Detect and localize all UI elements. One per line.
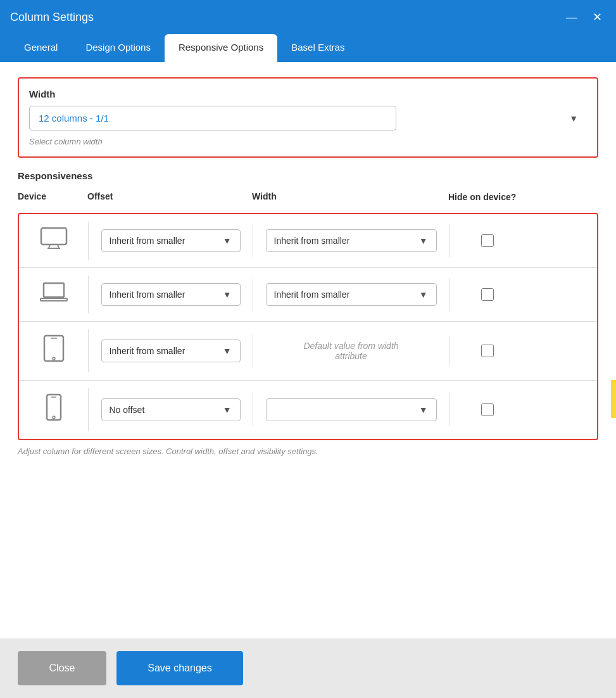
width-label: Width bbox=[29, 89, 587, 99]
main-content: Width 12 columns - 1/1 11 columns 10 col… bbox=[0, 62, 616, 638]
offset-cell-3: Inherit from smaller No offset 1 column … bbox=[89, 334, 253, 367]
offset-cell-1: Inherit from smaller No offset 1 column … bbox=[89, 224, 253, 257]
button-bar: Close Save changes bbox=[0, 638, 616, 698]
dialog-title: Column Settings bbox=[10, 11, 94, 24]
width-select[interactable]: 12 columns - 1/1 11 columns 10 columns 9… bbox=[29, 106, 396, 130]
table-row: Inherit from smaller No offset 1 column … bbox=[19, 214, 597, 268]
hide-checkbox-1[interactable] bbox=[481, 234, 494, 247]
width-select-wrapper-2: Inherit from smaller 1 column 2 columns … bbox=[266, 283, 437, 306]
width-select-2[interactable]: Inherit from smaller 1 column 2 columns bbox=[266, 283, 437, 306]
hide-checkbox-2[interactable] bbox=[481, 288, 494, 301]
minimize-button[interactable]: — bbox=[562, 10, 581, 24]
offset-select-3[interactable]: Inherit from smaller No offset 1 column bbox=[101, 339, 241, 362]
svg-rect-0 bbox=[41, 228, 66, 244]
offset-select-wrapper-4: No offset Inherit from smaller 1 column … bbox=[101, 398, 241, 421]
width-select-1[interactable]: Inherit from smaller 1 column 2 columns bbox=[266, 229, 437, 252]
hide-cell-3 bbox=[449, 339, 525, 362]
save-button[interactable]: Save changes bbox=[116, 651, 243, 685]
table-row: Inherit from smaller No offset 1 column … bbox=[19, 268, 597, 322]
width-cell-2: Inherit from smaller 1 column 2 columns … bbox=[253, 278, 449, 311]
col-offset: Offset bbox=[87, 191, 252, 203]
width-cell-3-default: Default value from widthattribute bbox=[253, 336, 449, 366]
offset-select-1[interactable]: Inherit from smaller No offset 1 column … bbox=[101, 229, 241, 252]
hide-checkbox-3[interactable] bbox=[481, 345, 494, 357]
offset-select-wrapper-3: Inherit from smaller No offset 1 column … bbox=[101, 339, 241, 362]
table-row: Inherit from smaller No offset 1 column … bbox=[19, 322, 597, 381]
width-select-arrow: ▼ bbox=[569, 113, 578, 124]
width-section: Width 12 columns - 1/1 11 columns 10 col… bbox=[18, 77, 598, 158]
col-device: Device bbox=[18, 191, 87, 203]
title-bar: Column Settings — ✕ bbox=[0, 0, 616, 34]
svg-rect-4 bbox=[44, 283, 64, 297]
device-cell-tablet bbox=[19, 329, 89, 372]
hide-checkbox-4[interactable] bbox=[481, 403, 494, 416]
width-select-wrapper: 12 columns - 1/1 11 columns 10 columns 9… bbox=[29, 106, 587, 130]
width-cell-1: Inherit from smaller 1 column 2 columns … bbox=[253, 224, 449, 257]
yellow-accent-bar bbox=[611, 380, 616, 418]
svg-point-8 bbox=[53, 357, 55, 360]
svg-point-11 bbox=[53, 416, 55, 419]
width-select-wrapper-4: Inherit from smaller 1 column 2 columns … bbox=[266, 398, 437, 421]
col-width: Width bbox=[252, 191, 448, 203]
offset-select-4[interactable]: No offset Inherit from smaller 1 column bbox=[101, 398, 241, 421]
title-bar-controls: — ✕ bbox=[562, 10, 606, 24]
desktop-icon bbox=[40, 227, 68, 255]
mobile-icon bbox=[46, 393, 62, 426]
responsiveness-footer-hint: Adjust column for different screen sizes… bbox=[18, 447, 598, 456]
device-cell-desktop bbox=[19, 222, 89, 260]
offset-select-wrapper-1: Inherit from smaller No offset 1 column … bbox=[101, 229, 241, 252]
width-select-4[interactable]: Inherit from smaller 1 column 2 columns bbox=[266, 398, 437, 421]
hide-cell-1 bbox=[449, 229, 525, 252]
default-width-text: Default value from widthattribute bbox=[303, 341, 398, 361]
offset-cell-4: No offset Inherit from smaller 1 column … bbox=[89, 393, 253, 426]
device-cell-mobile bbox=[19, 388, 89, 431]
tab-responsive[interactable]: Responsive Options bbox=[165, 34, 277, 62]
device-cell-laptop bbox=[19, 276, 89, 314]
tab-design[interactable]: Design Options bbox=[72, 34, 165, 62]
tab-general[interactable]: General bbox=[10, 34, 72, 62]
device-table: Inherit from smaller No offset 1 column … bbox=[18, 213, 598, 440]
width-cell-4: Inherit from smaller 1 column 2 columns … bbox=[253, 393, 449, 426]
hide-cell-4 bbox=[449, 398, 525, 421]
tab-bar: General Design Options Responsive Option… bbox=[0, 34, 616, 62]
responsiveness-section: Responsiveness Device Offset Width Hide … bbox=[18, 170, 598, 456]
hide-cell-2 bbox=[449, 283, 525, 306]
laptop-icon bbox=[40, 281, 68, 308]
table-row: No offset Inherit from smaller 1 column … bbox=[19, 381, 597, 439]
tablet-icon bbox=[43, 334, 65, 367]
offset-select-2[interactable]: Inherit from smaller No offset 1 column bbox=[101, 283, 241, 306]
offset-select-wrapper-2: Inherit from smaller No offset 1 column … bbox=[101, 283, 241, 306]
table-header: Device Offset Width Hide on device? bbox=[18, 187, 598, 206]
width-select-wrapper-1: Inherit from smaller 1 column 2 columns … bbox=[266, 229, 437, 252]
column-settings-dialog: Column Settings — ✕ General Design Optio… bbox=[0, 0, 616, 698]
col-hide: Hide on device? bbox=[448, 191, 524, 203]
responsiveness-title: Responsiveness bbox=[18, 170, 598, 181]
close-window-button[interactable]: ✕ bbox=[589, 10, 606, 24]
close-button[interactable]: Close bbox=[18, 651, 106, 685]
offset-cell-2: Inherit from smaller No offset 1 column … bbox=[89, 278, 253, 311]
width-hint: Select column width bbox=[29, 137, 587, 146]
tab-basel[interactable]: Basel Extras bbox=[277, 34, 358, 62]
